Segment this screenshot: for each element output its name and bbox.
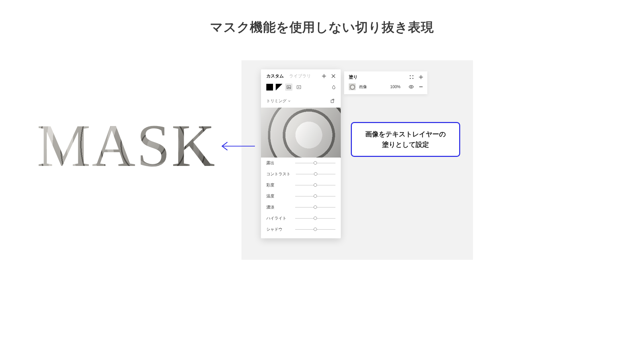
- crop-mode-dropdown[interactable]: トリミング: [266, 98, 291, 104]
- fill-type-solid[interactable]: [266, 84, 273, 90]
- callout-line-1: 画像をテキストレイヤーの: [365, 130, 446, 138]
- slider-thumb[interactable]: [314, 194, 317, 198]
- slider-tint: 濃淡: [261, 202, 341, 213]
- fill-type-image[interactable]: [285, 83, 292, 91]
- slider-thumb[interactable]: [314, 172, 317, 176]
- slider-track[interactable]: [295, 229, 335, 230]
- mask-text-preview: MASK: [37, 116, 225, 176]
- callout-text: 画像をテキストレイヤーの 塗りとして設定: [355, 129, 456, 150]
- popover-header: カスタム ライブラリ: [261, 69, 341, 82]
- close-popover-button[interactable]: [330, 73, 337, 79]
- slider-track[interactable]: [295, 196, 335, 196]
- slider-track[interactable]: [295, 207, 335, 207]
- remove-fill-button[interactable]: [419, 84, 423, 89]
- svg-rect-3: [331, 100, 334, 103]
- slider-label: 彩度: [266, 182, 274, 188]
- slider-thumb[interactable]: [314, 205, 317, 209]
- plus-icon: [419, 75, 423, 79]
- slider-contrast: コントラスト: [261, 169, 341, 180]
- slider-shadows: シャドウ: [261, 224, 341, 235]
- fill-row[interactable]: 画像 100%: [349, 83, 423, 90]
- styles-icon: [409, 75, 414, 79]
- slider-track[interactable]: [295, 163, 335, 163]
- add-fill-button[interactable]: [321, 73, 327, 79]
- fill-opacity[interactable]: 100%: [390, 84, 400, 89]
- image-adjust-sliders: 露出 コントラスト 彩度 温度 濃淡 ハイライト シャドウ: [261, 158, 341, 235]
- slider-track[interactable]: [295, 185, 335, 185]
- fill-name: 画像: [359, 84, 367, 90]
- rotate-icon: [330, 98, 335, 104]
- fill-panel-header: 塗り: [349, 74, 423, 83]
- slider-label: ハイライト: [266, 216, 286, 221]
- callout-box: 画像をテキストレイヤーの 塗りとして設定: [351, 122, 460, 157]
- fill-style-button[interactable]: [409, 75, 414, 79]
- slider-saturation: 彩度: [261, 180, 341, 191]
- annotation-arrow: [220, 139, 256, 153]
- svg-point-5: [413, 75, 414, 76]
- slider-label: 温度: [266, 193, 274, 199]
- chevron-down-icon: [288, 100, 291, 103]
- slider-thumb[interactable]: [314, 183, 317, 187]
- slider-track[interactable]: [296, 174, 335, 174]
- slider-temperature: 温度: [261, 191, 341, 202]
- slider-thumb[interactable]: [314, 161, 317, 165]
- fill-type-gradient[interactable]: [276, 84, 282, 90]
- svg-point-1: [288, 86, 288, 87]
- svg-point-6: [410, 78, 411, 79]
- page-title: マスク機能を使用しない切り抜き表現: [0, 19, 644, 36]
- toggle-fill-visibility[interactable]: [409, 84, 414, 89]
- mask-text: MASK: [37, 116, 225, 176]
- eye-icon: [409, 84, 414, 89]
- slider-label: シャドウ: [266, 227, 282, 232]
- tab-library[interactable]: ライブラリ: [289, 73, 311, 79]
- plus-icon: [322, 74, 326, 78]
- droplet-icon: [331, 85, 336, 89]
- image-icon: [286, 85, 291, 89]
- rotate-image-button[interactable]: [329, 98, 336, 104]
- svg-point-8: [411, 86, 412, 87]
- slider-thumb[interactable]: [314, 217, 317, 220]
- callout-line-2: 塗りとして設定: [382, 141, 429, 148]
- slider-exposure: 露出: [261, 158, 341, 169]
- slider-track[interactable]: [295, 218, 335, 219]
- image-fill-popover: カスタム ライブラリ トリミング: [261, 69, 341, 238]
- blend-mode-button[interactable]: [331, 84, 337, 90]
- arrow-left-icon: [220, 139, 256, 153]
- slider-label: 露出: [266, 160, 274, 166]
- slider-highlights: ハイライト: [261, 213, 341, 224]
- video-icon: [297, 85, 301, 89]
- minus-icon: [419, 84, 423, 89]
- crop-row: トリミング: [261, 93, 341, 108]
- fill-type-video[interactable]: [295, 83, 303, 91]
- add-fill-row-button[interactable]: [419, 75, 423, 79]
- svg-point-7: [413, 78, 414, 79]
- slider-thumb[interactable]: [314, 228, 317, 231]
- slider-label: コントラスト: [266, 171, 290, 177]
- fill-type-row: [261, 82, 341, 93]
- image-preview[interactable]: [261, 108, 341, 158]
- close-icon: [331, 74, 336, 78]
- fill-inspector-panel: 塗り 画像 100%: [344, 71, 427, 94]
- fill-swatch[interactable]: [349, 83, 356, 90]
- crop-mode-label: トリミング: [266, 98, 286, 104]
- fill-section-title: 塗り: [349, 74, 358, 80]
- svg-point-4: [410, 75, 411, 76]
- tab-custom[interactable]: カスタム: [266, 73, 284, 79]
- slider-label: 濃淡: [266, 204, 274, 210]
